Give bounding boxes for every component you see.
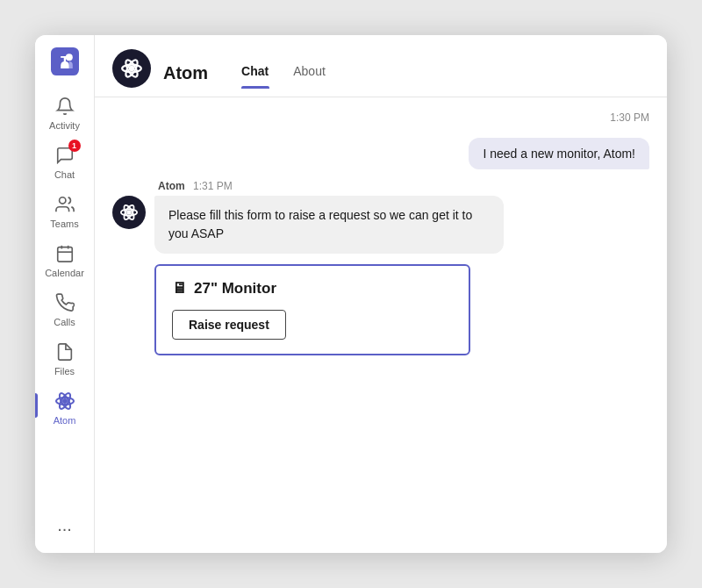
chat-badge: 1 (68, 140, 81, 152)
files-label: Files (54, 366, 75, 376)
user-bubble: I need a new monitor, Atom! (469, 138, 649, 169)
files-icon (53, 340, 77, 364)
bot-sender-info: Atom 1:31 PM (158, 180, 649, 192)
teams-icon (53, 192, 77, 217)
user-message-timestamp: 1:30 PM (112, 111, 649, 124)
sidebar: T Activity 1 Chat (35, 35, 95, 553)
activity-label: Activity (49, 120, 80, 131)
sidebar-item-atom[interactable]: Atom (35, 381, 94, 430)
raise-request-button[interactable]: Raise request (172, 310, 286, 340)
teams-label: Teams (50, 219, 78, 229)
sidebar-item-calls[interactable]: Calls (35, 283, 94, 332)
activity-icon (53, 94, 77, 118)
sidebar-item-teams[interactable]: Teams (35, 184, 94, 233)
atom-label: Atom (54, 415, 76, 426)
tab-chat[interactable]: Chat (229, 57, 281, 89)
bot-message-row: Atom 1:31 PM Please fill this form to ra… (112, 180, 649, 254)
bot-avatar-header (112, 49, 151, 88)
calendar-icon (53, 241, 77, 266)
card-title-text: 27" Monitor (194, 280, 276, 298)
atom-sidebar-icon (53, 389, 77, 413)
svg-point-2 (65, 54, 72, 61)
header-name-tabs: Atom Chat About (163, 57, 649, 89)
bot-bubble: Please fill this form to raise a request… (154, 196, 504, 254)
sidebar-item-files[interactable]: Files (35, 332, 94, 381)
bot-name: Atom (163, 63, 208, 83)
card-icon: 🖥 (172, 280, 187, 298)
chat-header: Atom Chat About (95, 35, 667, 97)
chat-area: 1:30 PM I need a new monitor, Atom! Atom… (95, 97, 667, 553)
more-button[interactable]: ... (35, 506, 94, 544)
bot-sender-name: Atom (158, 180, 185, 192)
bot-avatar-small (112, 196, 146, 229)
header-name-row: Atom Chat About (163, 57, 649, 89)
calls-label: Calls (54, 317, 75, 327)
tab-about[interactable]: About (281, 57, 338, 89)
svg-point-3 (59, 197, 65, 204)
chat-label: Chat (54, 169, 75, 180)
svg-point-19 (127, 211, 131, 214)
bot-bubble-row: Please fill this form to raise a request… (112, 196, 649, 254)
svg-point-15 (130, 67, 133, 70)
monitor-card: 🖥 27" Monitor Raise request (154, 264, 470, 355)
header-tabs: Chat About (229, 57, 338, 89)
sidebar-item-activity[interactable]: Activity (35, 86, 94, 135)
sidebar-item-chat[interactable]: 1 Chat (35, 135, 94, 184)
sidebar-item-calendar[interactable]: Calendar (35, 233, 94, 283)
app-window: T Activity 1 Chat (35, 35, 667, 553)
calls-icon (53, 290, 77, 315)
card-title: 🖥 27" Monitor (172, 280, 453, 298)
teams-logo[interactable]: T (47, 44, 82, 79)
svg-rect-4 (57, 247, 72, 262)
bot-sender-time: 1:31 PM (193, 180, 233, 192)
more-label: ... (57, 515, 72, 535)
calendar-label: Calendar (45, 268, 84, 278)
main-content: Atom Chat About 1:30 PM I need a new mon… (95, 35, 667, 553)
chat-icon: 1 (53, 143, 77, 168)
svg-point-11 (63, 399, 67, 403)
